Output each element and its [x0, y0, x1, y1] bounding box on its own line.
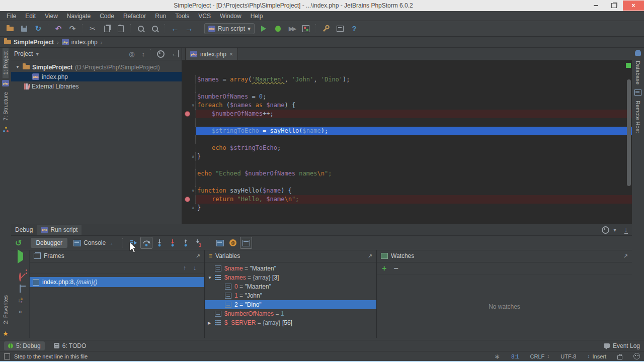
- breakpoint-icon[interactable]: [185, 111, 190, 117]
- copy-button[interactable]: [100, 23, 113, 35]
- editor-tab-index-php[interactable]: index.php ×: [185, 48, 238, 60]
- breakpoint-line[interactable]: $numberOfNames++;: [182, 110, 632, 118]
- frame-row-selected[interactable]: index.php:8, {main}(): [30, 277, 204, 287]
- breakpoint-at-button[interactable]: @: [227, 237, 239, 249]
- variable-row[interactable]: 0 = "Maarten": [205, 282, 376, 291]
- mute-breakpoints-button[interactable]: [19, 274, 21, 281]
- open-button[interactable]: [4, 23, 17, 35]
- event-log-button[interactable]: Event Log: [604, 342, 640, 349]
- fold-marker-icon[interactable]: ∧: [192, 204, 194, 212]
- menu-refactor[interactable]: Refactor: [119, 13, 150, 20]
- editor-scrollbar[interactable]: [627, 79, 631, 186]
- help-button[interactable]: ?: [348, 23, 361, 35]
- menu-window[interactable]: Window: [215, 13, 246, 20]
- rerun-icon[interactable]: ↺: [15, 238, 22, 248]
- menu-file[interactable]: File: [2, 13, 21, 20]
- paste-button[interactable]: [114, 23, 127, 35]
- variable-row[interactable]: ▼$names = {array} [3]: [205, 273, 376, 282]
- menu-view[interactable]: View: [40, 13, 62, 20]
- sort-frames-button[interactable]: ↓ az: [18, 297, 22, 304]
- code-line[interactable]: [182, 161, 632, 169]
- chevron-down-icon[interactable]: ▾: [36, 50, 39, 57]
- insert-mode-indicator[interactable]: ↕ Insert: [587, 353, 606, 359]
- synchronize-button[interactable]: ↻: [32, 23, 45, 35]
- code-line[interactable]: [182, 84, 632, 93]
- sidebar-tab-remote-host[interactable]: Remote Host: [635, 98, 641, 136]
- variable-row[interactable]: 1 = "John": [205, 291, 376, 300]
- project-file-row-index-php[interactable]: index.php: [11, 72, 182, 81]
- code-line[interactable]: $numberOfNames = 0;: [182, 93, 632, 101]
- expand-open-icon[interactable]: ▼: [15, 65, 20, 69]
- run-configuration-select[interactable]: Run script ▾: [204, 23, 255, 34]
- sidebar-tab-database[interactable]: Database: [635, 58, 641, 87]
- gutter[interactable]: [182, 195, 196, 204]
- run-to-cursor-button[interactable]: [193, 237, 205, 249]
- export-settings-button[interactable]: [334, 23, 347, 35]
- restore-layout-button[interactable]: [20, 285, 21, 292]
- lock-icon[interactable]: [617, 355, 622, 359]
- save-button[interactable]: [18, 23, 31, 35]
- sidebar-tab-favorites[interactable]: 2: Favorites: [3, 292, 9, 327]
- sidebar-tab-project[interactable]: 1: Project: [3, 48, 9, 78]
- coverage-button[interactable]: ▶▶: [285, 23, 298, 35]
- step-over-button[interactable]: [140, 237, 152, 249]
- menu-help[interactable]: Help: [246, 13, 268, 20]
- fold-marker-icon[interactable]: ∧: [192, 152, 194, 161]
- variable-row[interactable]: $name = "Maarten": [205, 264, 376, 273]
- replace-button[interactable]: [148, 23, 162, 35]
- gear-icon[interactable]: [157, 50, 165, 58]
- toolwindow-tab-todo[interactable]: 6: TODO: [50, 341, 91, 350]
- locate-icon[interactable]: ◎: [129, 50, 134, 58]
- code-line[interactable]: ∨function sayHello($name) {: [182, 187, 632, 195]
- float-panel-icon[interactable]: ↗: [623, 253, 628, 259]
- code-line[interactable]: [182, 118, 632, 127]
- execution-line[interactable]: $stringToEcho = sayHello($name);: [182, 127, 632, 135]
- gear-icon[interactable]: [602, 226, 609, 234]
- undo-button[interactable]: ↶: [52, 23, 65, 35]
- expand-closed-icon[interactable]: ▶: [208, 321, 215, 325]
- hector-inspections-icon[interactable]: [633, 353, 640, 359]
- resume-button[interactable]: [18, 253, 23, 260]
- forward-button[interactable]: →: [183, 23, 196, 35]
- float-panel-icon[interactable]: ↗: [368, 253, 372, 259]
- float-panel-icon[interactable]: ↗: [196, 253, 200, 259]
- code-area[interactable]: $names = array('Maarten', 'John', 'Dino'…: [182, 60, 632, 239]
- code-line[interactable]: ∨foreach ($names as $name) {: [182, 101, 632, 110]
- code-line[interactable]: echo $stringToEcho;: [182, 144, 632, 152]
- gutter[interactable]: [182, 110, 196, 118]
- evaluate-expression-button[interactable]: [214, 237, 226, 249]
- breakpoint-line[interactable]: return "Hello, $name\n";: [182, 195, 632, 204]
- profiler-button[interactable]: [299, 23, 312, 35]
- code-line[interactable]: [182, 135, 632, 144]
- step-into-button[interactable]: [153, 237, 166, 249]
- code-line[interactable]: echo "Echoed $numberOfNames names\n";: [182, 169, 632, 178]
- force-step-into-button[interactable]: [167, 237, 179, 249]
- toolwindow-tab-debug[interactable]: 5: Debug: [4, 341, 45, 350]
- code-line[interactable]: ∧}: [182, 204, 632, 212]
- minimize-button[interactable]: [587, 1, 605, 11]
- hide-panel-icon[interactable]: ←: [172, 50, 179, 57]
- menu-vcs[interactable]: VCS: [194, 13, 215, 20]
- layout-settings-button[interactable]: [240, 237, 252, 249]
- variable-row[interactable]: $numberOfNames = 1: [205, 309, 376, 318]
- expand-open-icon[interactable]: ▼: [208, 276, 215, 280]
- frame-down-button[interactable]: ↓: [193, 264, 196, 272]
- variable-row[interactable]: ▶$_SERVER = {array} [56]: [205, 318, 376, 327]
- cut-button[interactable]: ✂: [86, 23, 99, 35]
- code-line[interactable]: [182, 178, 632, 187]
- sidebar-tab-structure[interactable]: 7: Structure: [3, 88, 9, 124]
- find-button[interactable]: [134, 23, 147, 35]
- breadcrumb-project[interactable]: SimpleProject: [4, 39, 54, 46]
- line-separator-select[interactable]: CRLF ↕: [530, 353, 550, 359]
- debug-session-tab[interactable]: Run script: [37, 225, 82, 235]
- variable-row[interactable]: 2 = "Dino": [205, 300, 376, 309]
- project-root-row[interactable]: ▼ SimpleProject (D:\Projects\Php\SimpleP…: [11, 62, 182, 72]
- step-out-button[interactable]: [180, 237, 192, 249]
- add-watch-button[interactable]: +: [382, 264, 386, 273]
- maximize-button[interactable]: [605, 1, 623, 11]
- close-button[interactable]: ×: [623, 1, 644, 11]
- show-execution-point-button[interactable]: [127, 237, 139, 249]
- fold-marker-icon[interactable]: ∨: [192, 101, 194, 110]
- redo-button[interactable]: ↷: [66, 23, 79, 35]
- debug-button[interactable]: [271, 23, 284, 35]
